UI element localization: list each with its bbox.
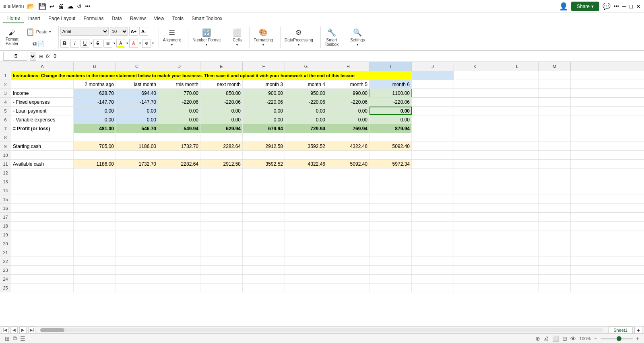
number-format-button[interactable]: 🔢 Number Format ▾: [190, 27, 223, 48]
fill-color-button[interactable]: A: [116, 39, 125, 48]
format-painter-button[interactable]: 🖌 FormatPainter: [3, 27, 21, 47]
cell-H11[interactable]: 5092.40: [327, 160, 369, 168]
cell-J10[interactable]: [412, 151, 454, 159]
zoom-out-button[interactable]: −: [594, 335, 597, 342]
cell-H8[interactable]: [327, 133, 369, 142]
col-header-E[interactable]: E: [200, 62, 243, 71]
sidebar-item-view[interactable]: View: [150, 14, 168, 23]
cell-L2[interactable]: [496, 80, 539, 88]
data-processing-button[interactable]: ⚙ DataProcessing ▾: [282, 27, 316, 48]
cell-A6[interactable]: - Variable expenses: [11, 115, 74, 124]
cell-D2[interactable]: this month: [158, 80, 200, 88]
undo-icon-btn[interactable]: ↩: [50, 3, 54, 10]
eye-view-button[interactable]: 👁: [570, 335, 576, 342]
settings-button[interactable]: 🔍 Settings ▾: [348, 27, 367, 48]
col-header-D[interactable]: D: [158, 62, 200, 71]
cell-H2[interactable]: month 5: [327, 80, 369, 88]
cell-M5[interactable]: [539, 107, 571, 115]
col-header-A[interactable]: A: [11, 62, 74, 71]
decrease-font-button[interactable]: A-: [139, 27, 148, 36]
cell-C2[interactable]: last month: [116, 80, 158, 88]
cell-C9[interactable]: 1186.00: [116, 142, 158, 150]
cell-A5[interactable]: - Loan payment: [11, 107, 74, 115]
cell-I8[interactable]: [369, 133, 412, 142]
row-num-2[interactable]: 2: [0, 80, 11, 88]
cell-L5[interactable]: [496, 107, 539, 115]
formula-input[interactable]: 0: [52, 52, 641, 61]
col-header-C[interactable]: C: [116, 62, 158, 71]
cell-C5[interactable]: 0.00: [116, 107, 158, 115]
col-header-L[interactable]: L: [496, 62, 539, 71]
cell-J8[interactable]: [412, 133, 454, 142]
minimize-button[interactable]: ─: [622, 3, 626, 10]
increase-font-button[interactable]: A+: [129, 27, 138, 36]
font-name-select[interactable]: Arial: [60, 27, 109, 36]
cell-B9[interactable]: 705.00: [74, 142, 116, 150]
horizontal-scrollbar[interactable]: [37, 328, 607, 332]
nav-arrow-last[interactable]: ▶|: [28, 327, 35, 334]
alignment-button[interactable]: ☰ Alignment ▾: [161, 27, 183, 48]
open-button[interactable]: 📂: [27, 2, 35, 10]
cell-A3[interactable]: Income: [11, 89, 74, 97]
cell-F3[interactable]: 900.00: [243, 89, 285, 97]
row-num-12[interactable]: 12: [0, 168, 11, 177]
cell-M1[interactable]: [539, 71, 571, 80]
cell-J4[interactable]: [412, 98, 454, 106]
font-size-select[interactable]: 10: [110, 27, 128, 36]
cell-G7[interactable]: 729.94: [285, 124, 327, 133]
close-button[interactable]: ✕: [636, 3, 641, 10]
fill-dropdown[interactable]: ▾: [126, 41, 128, 45]
cell-K3[interactable]: [454, 89, 496, 97]
cell-A4[interactable]: - Fixed expenses: [11, 98, 74, 106]
cell-I5[interactable]: 0.00: [369, 107, 412, 115]
cell-H5[interactable]: 0.00: [327, 107, 369, 115]
nav-arrow-prev[interactable]: ◀: [10, 327, 18, 334]
cell-G2[interactable]: month 4: [285, 80, 327, 88]
sidebar-item-insert[interactable]: Insert: [24, 14, 44, 23]
cell-mode-button[interactable]: ⊞: [5, 335, 10, 342]
cell-E3[interactable]: 850.00: [200, 89, 243, 97]
row-num-18[interactable]: 18: [0, 222, 11, 230]
cell-B4[interactable]: -147.70: [74, 98, 116, 106]
cell-G9[interactable]: 3592.52: [285, 142, 327, 150]
cell-G4[interactable]: -220.06: [285, 98, 327, 106]
smart-toolbox-button[interactable]: 🔧 SmartToolbox: [322, 27, 341, 48]
row-num-19[interactable]: 19: [0, 230, 11, 239]
cell-G5[interactable]: 0.00: [285, 107, 327, 115]
cell-D3[interactable]: 770.00: [158, 89, 200, 97]
cell-C11[interactable]: 1732.70: [116, 160, 158, 168]
cell-C6[interactable]: 0.00: [116, 115, 158, 124]
cell-G3[interactable]: 950.00: [285, 89, 327, 97]
row-num-4[interactable]: 4: [0, 98, 11, 106]
save-button[interactable]: 💾: [38, 2, 46, 10]
cells-button[interactable]: ⬜ Cells ▾: [230, 27, 244, 48]
cell-I11[interactable]: 5972.34: [369, 160, 412, 168]
cell-M4[interactable]: [539, 98, 571, 106]
cell-I2[interactable]: month 6: [369, 80, 412, 88]
more-button[interactable]: •••: [85, 4, 90, 9]
col-header-H[interactable]: H: [327, 62, 369, 71]
cell-E2[interactable]: next month: [200, 80, 243, 88]
paste-button[interactable]: 📋 Paste ▾: [23, 26, 54, 38]
cell-L8[interactable]: [496, 133, 539, 142]
cell-D4[interactable]: -220.06: [158, 98, 200, 106]
more-options-button[interactable]: •••: [614, 4, 619, 9]
cell-F9[interactable]: 2912.58: [243, 142, 285, 150]
cloud-button[interactable]: ☁: [67, 2, 74, 10]
cell-F11[interactable]: 3592.52: [243, 160, 285, 168]
cell-L10[interactable]: [496, 151, 539, 159]
cell-K1[interactable]: [454, 71, 496, 80]
cell-E6[interactable]: 0.00: [200, 115, 243, 124]
cell-A2[interactable]: [11, 80, 74, 88]
cell-D7[interactable]: 549.94: [158, 124, 200, 133]
cell-F5[interactable]: 0.00: [243, 107, 285, 115]
cell-M6[interactable]: [539, 115, 571, 124]
cell-ref-dropdown[interactable]: ▾: [30, 52, 36, 61]
cell-F4[interactable]: -220.06: [243, 98, 285, 106]
zoom-slider-thumb[interactable]: [617, 336, 621, 341]
cell-L3[interactable]: [496, 89, 539, 97]
cell-K4[interactable]: [454, 98, 496, 106]
cell-H9[interactable]: 4322.46: [327, 142, 369, 150]
row-num-9[interactable]: 9: [0, 142, 11, 150]
clear-dropdown[interactable]: ▾: [152, 41, 154, 45]
